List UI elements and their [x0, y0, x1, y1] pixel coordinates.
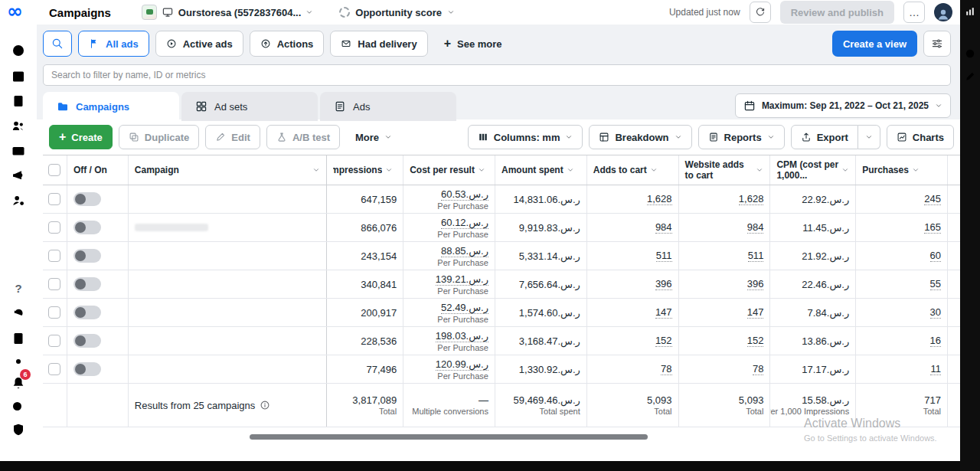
- website-adds-value[interactable]: 511: [748, 250, 764, 262]
- columns-button[interactable]: Columns: mm: [468, 125, 583, 149]
- website-adds-to-cart-header[interactable]: Website adds to cart: [679, 155, 771, 185]
- adds-to-cart-header[interactable]: Adds to cart: [587, 155, 679, 185]
- date-range-selector[interactable]: Maximum: Sep 21, 2022 – Oct 21, 2025: [735, 93, 951, 118]
- help-icon[interactable]: ?: [11, 282, 26, 297]
- campaign-toggle[interactable]: [74, 221, 101, 234]
- cost-value[interactable]: 88.85.ر.س: [441, 245, 488, 257]
- horizontal-scrollbar[interactable]: [250, 434, 648, 440]
- campaign-name-cell[interactable]: [129, 327, 328, 355]
- campaign-toggle[interactable]: [74, 306, 101, 319]
- more-options-button[interactable]: …: [903, 2, 925, 23]
- filter-chip-all-ads[interactable]: All ads: [78, 31, 149, 57]
- table-row[interactable]: 866,076 60.12.ر.سPer Purchase 9,919.83.ر…: [43, 214, 960, 242]
- filter-chip-actions[interactable]: Actions: [250, 31, 325, 57]
- cost-value[interactable]: 60.53.ر.س: [441, 188, 488, 201]
- settings-gear-icon[interactable]: [11, 354, 26, 369]
- cost-value[interactable]: 139.21.ر.س: [436, 273, 488, 286]
- cpm-header[interactable]: CPM (cost per 1,000...: [770, 155, 856, 185]
- website-adds-value[interactable]: 78: [753, 363, 763, 375]
- row-checkbox[interactable]: [48, 250, 60, 262]
- duplicate-button[interactable]: Duplicate: [119, 125, 200, 149]
- campaign-toggle[interactable]: [74, 249, 101, 263]
- purchases-value[interactable]: 165: [924, 221, 941, 234]
- export-button[interactable]: Export: [791, 125, 858, 149]
- edit-pencil-icon[interactable]: [964, 70, 976, 83]
- purchases-header[interactable]: Purchases: [856, 155, 948, 185]
- account-overview-icon[interactable]: [11, 43, 26, 58]
- website-adds-value[interactable]: 152: [747, 335, 764, 347]
- ad-account-selector[interactable]: Ourstoresa (5572837604...: [142, 5, 313, 20]
- select-all-checkbox[interactable]: [48, 164, 60, 176]
- create-button[interactable]: +Create: [49, 125, 113, 149]
- adds-to-cart-value[interactable]: 1,628: [647, 193, 672, 205]
- reports-button[interactable]: Reports: [698, 125, 785, 149]
- filter-chip-active-ads[interactable]: Active ads: [155, 31, 243, 57]
- purchases-value[interactable]: 245: [924, 193, 941, 205]
- adds-to-cart-value[interactable]: 396: [655, 278, 672, 290]
- search-nav-icon[interactable]: [11, 400, 26, 415]
- purchases-value[interactable]: 60: [930, 250, 941, 262]
- review-and-publish-button[interactable]: Review and publish: [780, 1, 894, 24]
- meta-logo-icon[interactable]: ∞: [7, 2, 23, 21]
- user-avatar[interactable]: [934, 3, 952, 21]
- adds-to-cart-value[interactable]: 152: [655, 335, 672, 347]
- history-clock-icon[interactable]: [964, 47, 976, 60]
- adds-to-cart-value[interactable]: 984: [655, 221, 672, 234]
- impressions-header[interactable]: Impressions: [327, 155, 403, 185]
- row-checkbox[interactable]: [48, 221, 60, 234]
- website-adds-value[interactable]: 984: [747, 221, 764, 234]
- website-adds-value[interactable]: 396: [747, 278, 764, 290]
- sort-chevron-icon[interactable]: [312, 166, 320, 174]
- campaign-toggle[interactable]: [74, 277, 101, 291]
- view-settings-button[interactable]: [923, 31, 951, 57]
- row-checkbox[interactable]: [48, 306, 60, 319]
- row-checkbox[interactable]: [48, 278, 60, 290]
- campaign-name-cell[interactable]: [129, 214, 328, 241]
- table-row[interactable]: 647,159 60.53.ر.سPer Purchase 14,831.06.…: [43, 185, 960, 214]
- campaign-toggle[interactable]: [74, 362, 101, 376]
- security-shield-icon[interactable]: [11, 422, 26, 437]
- see-more-filters-button[interactable]: +See more: [434, 31, 512, 57]
- tab-ads[interactable]: Ads: [320, 92, 456, 121]
- ab-test-button[interactable]: A/B test: [266, 125, 340, 149]
- refresh-button[interactable]: [750, 2, 771, 23]
- create-a-view-button[interactable]: Create a view: [832, 31, 917, 57]
- table-row[interactable]: 77,496 120.99.ر.سPer Purchase 1,330.92.ر…: [43, 355, 960, 384]
- adds-to-cart-value[interactable]: 511: [656, 250, 672, 262]
- purchases-value[interactable]: 55: [930, 278, 941, 290]
- all-tools-menu-icon[interactable]: [11, 219, 26, 234]
- cost-value[interactable]: 120.99.ر.س: [436, 358, 488, 371]
- tab-campaigns[interactable]: Campaigns: [43, 92, 179, 121]
- table-row[interactable]: 340,841 139.21.ر.سPer Purchase 7,656.64.…: [43, 270, 960, 299]
- campaigns-nav-icon[interactable]: [11, 69, 26, 84]
- charts-button[interactable]: Charts: [887, 125, 954, 149]
- opportunity-score-selector[interactable]: Opportunity score: [339, 7, 455, 18]
- campaign-toggle[interactable]: [74, 334, 101, 348]
- table-row[interactable]: 228,536 198.03.ر.سPer Purchase 3,168.47.…: [43, 327, 960, 355]
- billing-icon[interactable]: [11, 143, 26, 159]
- adds-to-cart-value[interactable]: 147: [655, 306, 672, 319]
- campaign-name-cell[interactable]: [129, 242, 328, 270]
- website-adds-value[interactable]: 147: [747, 306, 764, 319]
- cost-value[interactable]: 52.49.ر.س: [441, 302, 488, 314]
- purchases-value[interactable]: 16: [930, 335, 941, 347]
- purchases-value[interactable]: 30: [930, 306, 941, 319]
- campaign-name-cell[interactable]: [129, 355, 328, 383]
- notes-icon[interactable]: [11, 331, 26, 346]
- export-options-button[interactable]: [858, 125, 880, 149]
- activity-chart-icon[interactable]: [964, 5, 976, 18]
- info-icon[interactable]: [260, 400, 270, 410]
- account-settings-icon[interactable]: [11, 193, 26, 208]
- edit-button[interactable]: Edit: [205, 125, 260, 149]
- row-checkbox[interactable]: [48, 363, 60, 375]
- table-row[interactable]: 200,917 52.49.ر.سPer Purchase 1,574.60.ر…: [43, 299, 960, 327]
- audiences-icon[interactable]: [11, 118, 26, 133]
- amount-spent-header[interactable]: Amount spent: [495, 155, 587, 185]
- search-filter-button[interactable]: [43, 31, 72, 57]
- sync-history-icon[interactable]: [11, 306, 26, 322]
- campaign-toggle[interactable]: [74, 192, 101, 206]
- campaign-header[interactable]: Campaign: [129, 155, 328, 185]
- row-checkbox[interactable]: [48, 193, 60, 205]
- tab-ad-sets[interactable]: Ad sets: [181, 92, 318, 121]
- ads-reporting-icon[interactable]: [11, 93, 26, 109]
